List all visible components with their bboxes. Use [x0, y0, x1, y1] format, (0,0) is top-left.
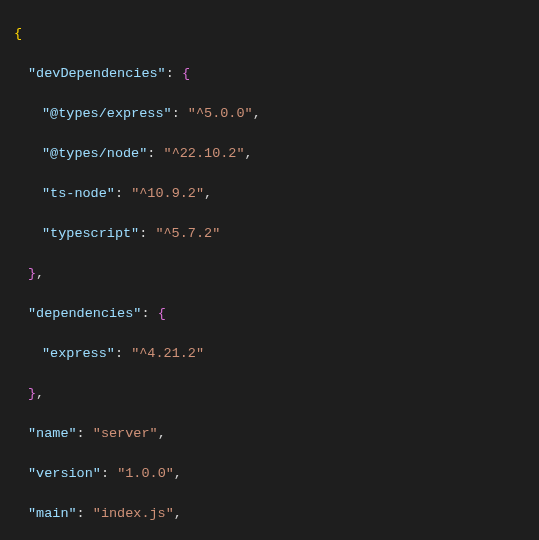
- key-version: "version": [28, 466, 101, 481]
- brace-open: {: [14, 26, 22, 41]
- key-devDependencies: "devDependencies": [28, 66, 166, 81]
- key-main: "main": [28, 506, 77, 521]
- val-version: "1.0.0": [117, 466, 174, 481]
- val-types-express: "^5.0.0": [188, 106, 253, 121]
- val-ts-node: "^10.9.2": [131, 186, 204, 201]
- code-editor[interactable]: { "devDependencies": { "@types/express":…: [0, 0, 539, 540]
- val-express: "^4.21.2": [131, 346, 204, 361]
- key-ts-node: "ts-node": [42, 186, 115, 201]
- key-types-node: "@types/node": [42, 146, 147, 161]
- key-types-express: "@types/express": [42, 106, 172, 121]
- key-typescript: "typescript": [42, 226, 139, 241]
- key-express: "express": [42, 346, 115, 361]
- val-types-node: "^22.10.2": [164, 146, 245, 161]
- val-typescript: "^5.7.2": [155, 226, 220, 241]
- key-name: "name": [28, 426, 77, 441]
- val-main: "index.js": [93, 506, 174, 521]
- key-dependencies: "dependencies": [28, 306, 141, 321]
- val-name: "server": [93, 426, 158, 441]
